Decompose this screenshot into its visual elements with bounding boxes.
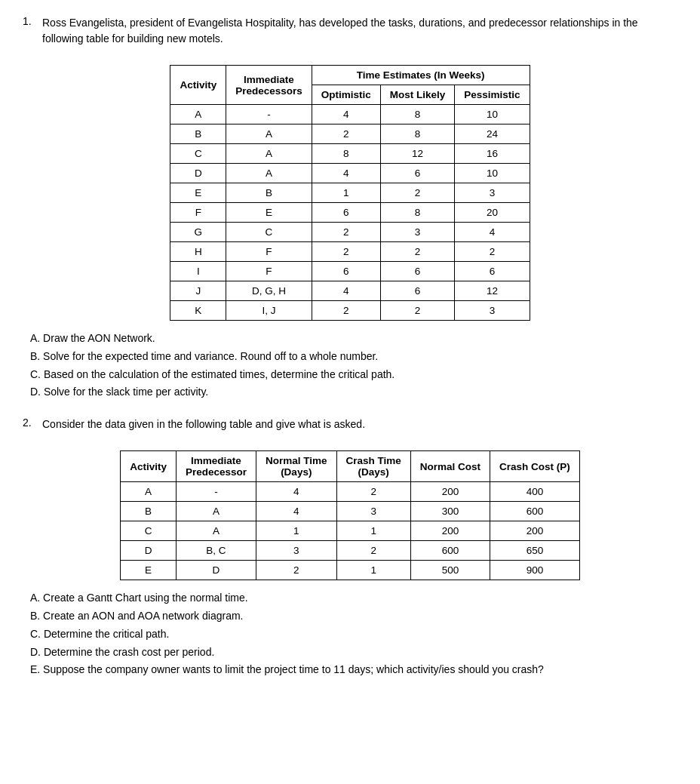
table-row: ED21500900 [121,561,580,580]
most_likely-cell: 8 [380,105,455,125]
predecessor-cell: E [226,203,312,223]
activity-cell: B [170,125,226,144]
pessimistic-cell: 10 [455,105,530,125]
predecessor-cell: D [176,561,256,580]
pessimistic-cell: 4 [455,223,530,242]
optimistic-cell: 6 [312,262,380,281]
subquestion: E. Suppose the company owner wants to li… [30,661,677,679]
table-row: A-4810 [170,105,530,125]
table-row: HF222 [170,242,530,262]
activity-cell: A [170,105,226,125]
crash_cost-cell: 900 [490,561,580,580]
most_likely-cell: 6 [380,262,455,281]
col-optimistic: Optimistic [312,85,380,105]
predecessor-cell: F [226,262,312,281]
normal_time-cell: 4 [256,502,337,521]
predecessor-cell: D, G, H [226,281,312,301]
activity-cell: C [170,144,226,164]
pessimistic-cell: 24 [455,125,530,144]
table-row: GC234 [170,223,530,242]
pessimistic-cell: 2 [455,242,530,262]
crash_cost-cell: 200 [490,521,580,541]
most_likely-cell: 8 [380,125,455,144]
pessimistic-cell: 12 [455,281,530,301]
crash_cost-cell: 400 [490,482,580,502]
problem-2-subquestions: A. Create a Gantt Chart using the normal… [23,589,677,679]
time-estimates-header: Time Estimates (In Weeks) [312,66,530,85]
subquestion: B. Create an AON and AOA network diagram… [30,607,677,626]
problem-1: 1. Ross Evangelista, president of Evange… [23,15,677,401]
crash_time-cell: 2 [336,541,410,561]
subquestion: C. Based on the calculation of the estim… [30,366,677,384]
pessimistic-cell: 3 [455,301,530,321]
table-row: CA11200200 [121,521,580,541]
optimistic-cell: 1 [312,183,380,203]
crash_time-cell: 1 [336,561,410,580]
normal_cost-cell: 500 [410,561,490,580]
col2-crash-cost: Crash Cost (P) [490,451,580,482]
activity-cell: E [121,561,177,580]
most_likely-cell: 12 [380,144,455,164]
predecessor-cell: A [226,125,312,144]
col-activity: Activity [170,66,226,105]
activity-cell: G [170,223,226,242]
table-row: JD, G, H4612 [170,281,530,301]
problem-1-table: Activity Immediate Predecessors Time Est… [170,65,530,321]
subquestion: C. Determine the critical path. [30,626,677,644]
col-most-likely: Most Likely [380,85,455,105]
predecessor-cell: - [176,482,256,502]
most_likely-cell: 2 [380,301,455,321]
pessimistic-cell: 16 [455,144,530,164]
crash_time-cell: 3 [336,502,410,521]
predecessor-cell: C [226,223,312,242]
activity-cell: E [170,183,226,203]
problem-2: 2. Consider the data given in the follow… [23,417,677,679]
most_likely-cell: 3 [380,223,455,242]
table-row: BA2824 [170,125,530,144]
table-row: CA81216 [170,144,530,164]
subquestion: B. Solve for the expected time and varia… [30,348,677,366]
problem-1-text: Ross Evangelista, president of Evangelis… [42,15,677,47]
optimistic-cell: 4 [312,105,380,125]
table-row: DB, C32600650 [121,541,580,561]
normal_time-cell: 4 [256,482,337,502]
problem-2-text: Consider the data given in the following… [42,417,365,432]
normal_time-cell: 1 [256,521,337,541]
normal_cost-cell: 200 [410,521,490,541]
predecessor-cell: - [226,105,312,125]
optimistic-cell: 2 [312,242,380,262]
most_likely-cell: 8 [380,203,455,223]
crash_cost-cell: 600 [490,502,580,521]
predecessor-cell: A [176,521,256,541]
predecessor-cell: A [226,144,312,164]
most_likely-cell: 2 [380,242,455,262]
col2-predecessor: Immediate Predecessor [176,451,256,482]
table-row: IF666 [170,262,530,281]
normal_time-cell: 2 [256,561,337,580]
activity-cell: C [121,521,177,541]
normal_cost-cell: 300 [410,502,490,521]
activity-cell: F [170,203,226,223]
optimistic-cell: 8 [312,144,380,164]
optimistic-cell: 2 [312,223,380,242]
table-row: FE6820 [170,203,530,223]
normal_cost-cell: 600 [410,541,490,561]
optimistic-cell: 6 [312,203,380,223]
subquestion: D. Solve for the slack time per activity… [30,383,677,401]
most_likely-cell: 2 [380,183,455,203]
activity-cell: B [121,502,177,521]
activity-cell: D [121,541,177,561]
activity-cell: I [170,262,226,281]
most_likely-cell: 6 [380,164,455,183]
table-row: EB123 [170,183,530,203]
activity-cell: H [170,242,226,262]
optimistic-cell: 2 [312,301,380,321]
pessimistic-cell: 6 [455,262,530,281]
col-pessimistic: Pessimistic [455,85,530,105]
problem-2-table: Activity Immediate Predecessor Normal Ti… [120,450,580,580]
problem-1-number: 1. [23,15,38,27]
predecessor-cell: A [226,164,312,183]
problem-1-subquestions: A. Draw the AON Network.B. Solve for the… [23,330,677,401]
table-row: BA43300600 [121,502,580,521]
normal_time-cell: 3 [256,541,337,561]
